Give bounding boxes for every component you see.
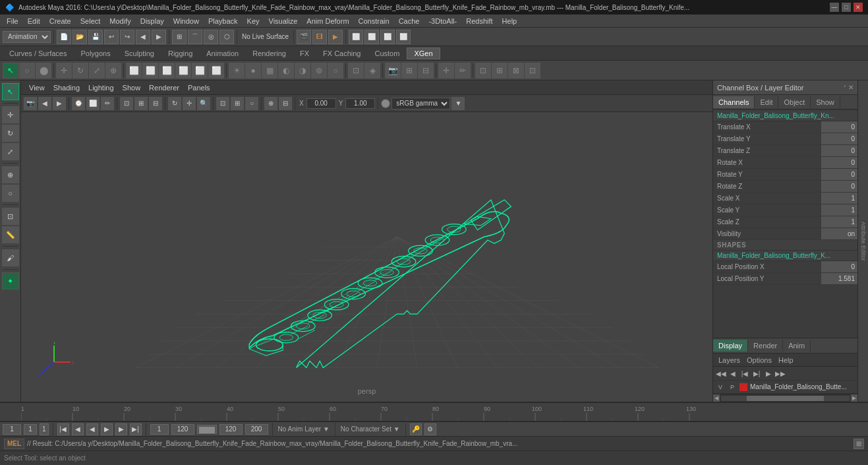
attr-local-pos-x[interactable]: Local Position X 0 <box>713 261 857 273</box>
layer-next-key-btn[interactable]: ▶| <box>751 368 762 379</box>
module-tab-fx-caching[interactable]: FX Caching <box>316 47 367 59</box>
timeline[interactable]: 1 10 20 30 40 50 60 70 80 90 <box>0 402 868 421</box>
module-tab-custom[interactable]: Custom <box>368 47 407 59</box>
go-start-btn[interactable]: |◀ <box>57 423 69 435</box>
move-tool[interactable]: ✛ <box>2 106 19 123</box>
attr-local-pos-y[interactable]: Local Position Y 1.581 <box>713 273 857 285</box>
lighting-btn[interactable]: ☀ <box>229 63 245 78</box>
playback-max-input[interactable] <box>245 424 268 435</box>
vp-snap-btn[interactable]: ⊕ <box>264 97 277 110</box>
new-scene-btn[interactable]: 📄 <box>57 30 71 44</box>
vp-show-menu[interactable]: Show <box>119 82 145 93</box>
shading-btn[interactable]: ● <box>245 63 261 78</box>
layer-v-toggle[interactable]: V <box>716 383 725 392</box>
vp-zoom-btn[interactable]: 🔍 <box>197 97 210 110</box>
vp-renderer-menu[interactable]: Renderer <box>145 82 183 93</box>
show-attr-btn[interactable]: ⬜ <box>380 30 395 44</box>
cam-btn[interactable]: 📷 <box>385 63 401 78</box>
layer-next-next-btn[interactable]: ▶▶ <box>775 368 786 379</box>
right-panel-scrollbar[interactable]: ◀ ▶ <box>713 394 857 402</box>
rotate-tool[interactable]: ↻ <box>2 125 19 142</box>
xgen-tool[interactable]: ✦ <box>2 272 19 290</box>
menu-item-cache[interactable]: Cache <box>395 16 424 26</box>
universal-btn[interactable]: ⊕ <box>105 63 121 78</box>
smooth-btn[interactable]: ⬜ <box>159 63 175 78</box>
layer-p-toggle[interactable]: P <box>728 383 737 392</box>
scale-btn[interactable]: ⤢ <box>89 63 105 78</box>
layer-prev-btn[interactable]: ◀ <box>728 368 738 379</box>
template-btn[interactable]: ⬜ <box>192 63 208 78</box>
paint-tool[interactable]: 🖌 <box>2 249 19 266</box>
bounding-btn[interactable]: ⬜ <box>175 63 191 78</box>
render-seq-btn[interactable]: 🎞 <box>312 30 327 44</box>
vp-rot-btn[interactable]: ↻ <box>168 97 181 110</box>
module-tab-xgen[interactable]: XGen <box>407 47 440 59</box>
live-btn[interactable]: ⬜ <box>208 63 224 78</box>
attr-rotate-z[interactable]: Rotate Z 0 <box>713 181 857 193</box>
menu-item-window[interactable]: Window <box>169 16 203 26</box>
range-start-input[interactable] <box>150 424 169 435</box>
snap-surface-btn[interactable]: ⬡ <box>219 30 234 44</box>
iso-btn[interactable]: ◈ <box>364 63 380 78</box>
current-frame-input[interactable] <box>3 424 21 435</box>
playback-end-input[interactable] <box>219 424 243 435</box>
pts-btn[interactable]: ⊞ <box>492 63 507 78</box>
layers-menu[interactable]: Layers <box>716 356 743 365</box>
menu-item-create[interactable]: Create <box>45 16 75 26</box>
menu-item-modify[interactable]: Modify <box>105 16 134 26</box>
attr-translate-z[interactable]: Translate Z 0 <box>713 145 857 157</box>
attr-scale-z[interactable]: Scale Z 1 <box>713 216 857 228</box>
anim-layer-dropdown[interactable]: No Anim Layer ▼ <box>277 425 331 433</box>
attr-rotate-y[interactable]: Rotate Y 0 <box>713 169 857 181</box>
menu-item-help[interactable]: Help <box>498 16 521 26</box>
menu-item-select[interactable]: Select <box>76 16 105 26</box>
paint-sel-btn[interactable]: ⬤ <box>36 63 51 78</box>
snap-grid-btn[interactable]: ⊞ <box>172 30 187 44</box>
scale-tool[interactable]: ⤢ <box>2 143 19 160</box>
scroll-right-btn[interactable]: ▶ <box>851 394 857 402</box>
menu-item-playback[interactable]: Playback <box>204 16 242 26</box>
attr-translate-x[interactable]: Translate X 0 <box>713 121 857 133</box>
show-anim-btn[interactable]: ⬜ <box>396 30 411 44</box>
render-tab[interactable]: Render <box>748 340 783 352</box>
viewport[interactable]: View Shading Lighting Show Renderer Pane… <box>21 80 712 402</box>
vp-panels-menu[interactable]: Panels <box>184 82 214 93</box>
vp-lighting-menu[interactable]: Lighting <box>84 82 118 93</box>
open-btn[interactable]: 📂 <box>72 30 87 44</box>
grid-btn[interactable]: ⬜ <box>126 63 142 78</box>
menu-item-edit[interactable]: Edit <box>24 16 44 26</box>
snap-tool[interactable]: ⊡ <box>2 208 19 225</box>
range-end-input[interactable] <box>171 424 194 435</box>
options-menu[interactable]: Options <box>744 356 774 365</box>
show-ui-btn[interactable]: ⬜ <box>349 30 363 44</box>
layer-prev-prev-btn[interactable]: ◀◀ <box>716 368 726 379</box>
lasso-tool-btn[interactable]: ○ <box>19 63 35 78</box>
vp-fit-btn[interactable]: ⊡ <box>216 97 229 110</box>
prev-frame-btn[interactable]: ◀ <box>72 423 84 435</box>
layer-prev-key-btn[interactable]: |◀ <box>739 368 750 379</box>
vp-mv-btn[interactable]: ✛ <box>183 97 196 110</box>
menu-item-display[interactable]: Display <box>136 16 168 26</box>
snap-curve-btn[interactable]: ⌒ <box>188 30 202 44</box>
vp-edit-btn[interactable]: ✏ <box>101 97 114 110</box>
ssao-btn[interactable]: ○ <box>328 63 343 78</box>
wireframe-btn[interactable]: ⬜ <box>142 63 158 78</box>
next-key-btn[interactable]: ▶ <box>152 30 166 44</box>
vp-hud-btn[interactable]: ⊟ <box>279 97 292 110</box>
gamma-select[interactable]: sRGB gamma <box>391 98 450 109</box>
manip-btn[interactable]: ✛ <box>438 63 454 78</box>
layer-row[interactable]: V P Manilla_Folder_Balisong_Butte... <box>713 381 857 394</box>
mel-script-type[interactable]: MEL <box>4 439 24 449</box>
vp-iso-btn[interactable]: ⊡ <box>120 97 133 110</box>
vp-shading-menu[interactable]: Shading <box>49 82 84 93</box>
vp-anim-btn[interactable]: ⌚ <box>72 97 85 110</box>
attr-visibility[interactable]: Visibility on <box>713 228 857 240</box>
module-tab-rigging[interactable]: Rigging <box>161 47 199 59</box>
close-panel-btn[interactable]: ✕ <box>848 84 854 91</box>
vp-cam-btn[interactable]: 📷 <box>24 97 37 110</box>
minimize-button[interactable]: — <box>830 3 839 12</box>
key-frame-input[interactable] <box>24 424 37 435</box>
menu-item-constrain[interactable]: Constrain <box>355 16 393 26</box>
xray-btn[interactable]: ⊡ <box>348 63 364 78</box>
go-end-btn[interactable]: ▶| <box>130 423 142 435</box>
